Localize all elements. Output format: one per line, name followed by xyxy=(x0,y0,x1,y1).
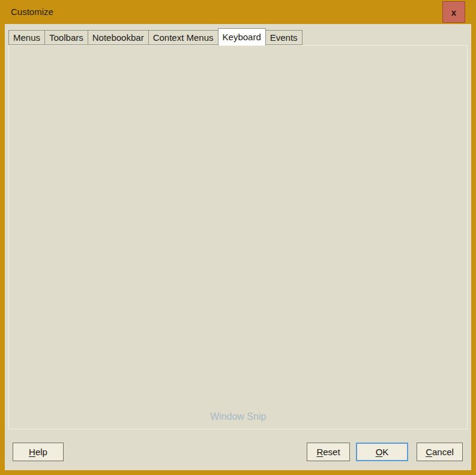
dialog-title: Customize xyxy=(11,0,53,24)
tab-toolbars[interactable]: Toolbars xyxy=(44,30,88,45)
tab-notebookbar[interactable]: Notebookbar xyxy=(88,30,149,45)
tab-bar: Menus Toolbars Notebookbar Context Menus… xyxy=(8,28,303,45)
close-button[interactable]: x xyxy=(442,1,465,23)
reset-button[interactable]: Reset xyxy=(307,443,350,461)
customize-dialog: Customize x Menus Toolbars Notebookbar C… xyxy=(0,0,476,475)
tab-menus[interactable]: Menus xyxy=(8,30,45,45)
keyboard-tab-panel xyxy=(8,45,468,429)
cancel-button[interactable]: Cancel xyxy=(417,443,463,461)
tab-keyboard[interactable]: Keyboard xyxy=(218,28,266,46)
help-button[interactable]: Help xyxy=(13,443,64,461)
dialog-body: Menus Toolbars Notebookbar Context Menus… xyxy=(5,24,471,470)
ok-button[interactable]: OK xyxy=(356,443,408,461)
titlebar[interactable]: Customize x xyxy=(0,0,476,24)
tab-context-menus[interactable]: Context Menus xyxy=(148,30,218,45)
close-icon: x xyxy=(451,7,456,17)
tab-events[interactable]: Events xyxy=(265,30,303,45)
